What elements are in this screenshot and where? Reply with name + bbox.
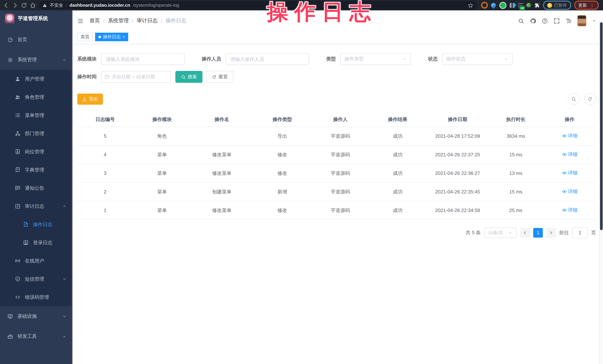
users-icon: [15, 94, 20, 100]
cell-date: 2021-04-26 22:35:45: [427, 182, 488, 201]
reset-button[interactable]: 重置: [206, 71, 233, 83]
sidebar-item-login-log[interactable]: 登录日志: [0, 233, 72, 252]
font-size-icon[interactable]: [566, 18, 572, 24]
tab-home[interactable]: 首页: [77, 33, 93, 41]
status-select[interactable]: 操作状态: [442, 53, 513, 65]
page-size-select[interactable]: 10条/页: [484, 228, 517, 238]
avatar-caret-down-icon[interactable]: [592, 19, 596, 23]
menu-list-icon: [15, 112, 20, 118]
sidebar-item-dict-management[interactable]: 字典管理: [0, 161, 72, 179]
refresh-table-button[interactable]: [584, 93, 596, 105]
sidebar-logo-row[interactable]: 芋道管理系统: [0, 11, 72, 27]
fullscreen-icon[interactable]: [554, 18, 560, 24]
sidebar-item-audit-log[interactable]: 审计日志: [0, 197, 72, 215]
breadcrumb-audit-log[interactable]: 审计日志: [137, 17, 158, 24]
address-bar[interactable]: 不安全 | dashboard.yudao.iocoder.cn /system…: [39, 1, 477, 9]
cell-type: 修改: [253, 201, 312, 220]
extension-orange-ring-icon[interactable]: [481, 2, 488, 9]
breadcrumb-separator: /: [132, 18, 133, 23]
extension-blue-drop-icon[interactable]: [490, 2, 497, 9]
sidebar-item-post-management[interactable]: 岗位管理: [0, 143, 72, 161]
export-button[interactable]: 导出: [77, 94, 103, 105]
prev-page-button[interactable]: [520, 228, 530, 238]
cell-result: 成功: [369, 127, 427, 145]
type-select[interactable]: 操作类型: [340, 53, 411, 65]
page-unit-label: 页: [591, 230, 596, 236]
search-icon: [571, 97, 576, 102]
sidebar-item-sms-management[interactable]: 短信管理: [0, 270, 72, 288]
extension-list-icon[interactable]: on: [518, 3, 523, 8]
cell-operator: 芋道源码: [312, 164, 368, 182]
paused-extension-pill[interactable]: 已暂停: [543, 1, 571, 10]
detail-link[interactable]: 详细: [562, 170, 578, 176]
tab-close-icon[interactable]: ×: [123, 35, 125, 39]
docs-help-icon[interactable]: [542, 18, 548, 24]
search-button-label: 搜索: [188, 74, 197, 80]
sidebar-item-operate-log[interactable]: 操作日志: [0, 215, 72, 233]
module-input[interactable]: [101, 53, 185, 65]
detail-link[interactable]: 详细: [562, 132, 578, 139]
hamburger-icon[interactable]: [77, 18, 84, 24]
extension-sprout-icon[interactable]: [526, 3, 531, 7]
browser-update-button[interactable]: 更新: [574, 1, 598, 10]
sidebar-item-label: 在线用户: [25, 257, 44, 264]
sidebar-item-menu-management[interactable]: 菜单管理: [0, 106, 72, 124]
goto-page-input[interactable]: [572, 227, 588, 238]
next-page-button[interactable]: [546, 228, 556, 238]
sidebar-item-role-management[interactable]: 角色管理: [0, 88, 72, 106]
browser-menu-kebab-icon[interactable]: [590, 3, 594, 8]
table-row: 1菜单修改菜单修改芋道源码成功2021-04-26 22:34:5825 ms详…: [77, 201, 596, 220]
filter-row-2: 操作时间 开始日期 - 结束日期 搜索 重置: [77, 71, 596, 83]
user-avatar[interactable]: [577, 15, 586, 26]
current-page-button[interactable]: 1: [533, 228, 543, 238]
sidebar-item-system-management[interactable]: 系统管理: [0, 50, 72, 70]
paused-label: 已暂停: [554, 2, 567, 8]
browser-reload-icon[interactable]: [21, 2, 27, 8]
breadcrumb: 首页 / 系统管理 / 审计日志 / 操作日志: [90, 17, 186, 24]
extension-green-circle-icon[interactable]: [499, 2, 506, 9]
chevron-down-icon: [504, 57, 509, 61]
detail-link[interactable]: 详细: [562, 151, 578, 158]
sidebar-item-infrastructure[interactable]: 基础设施: [0, 306, 72, 326]
chevron-right-icon: [549, 231, 553, 235]
chevron-left-icon: [523, 231, 527, 235]
toggle-search-button[interactable]: [568, 93, 580, 105]
page-scrollbar[interactable]: [599, 21, 603, 364]
sidebar-item-label: 系统管理: [17, 56, 37, 63]
tab-operate-log[interactable]: 操作日志 ×: [95, 33, 128, 41]
sidebar-item-home[interactable]: 首页: [0, 30, 72, 50]
sidebar-item-notice-announcement[interactable]: 通知公告: [0, 179, 72, 197]
scrollbar-thumb[interactable]: [600, 22, 603, 230]
sidebar-item-dev-tools[interactable]: 研发工具: [0, 326, 72, 346]
header-search-icon[interactable]: [518, 18, 524, 24]
tags-view-bar: 首页 操作日志 ×: [72, 31, 603, 44]
type-select-placeholder: 操作类型: [344, 56, 364, 62]
search-button[interactable]: 搜索: [175, 71, 202, 83]
sidebar-item-user-management[interactable]: 用户管理: [0, 70, 72, 88]
dictionary-icon: [15, 167, 20, 173]
column-header-8: 操作: [543, 112, 596, 127]
sidebar-item-error-code-management[interactable]: 错误码管理: [0, 288, 72, 306]
browser-home-icon[interactable]: [30, 2, 36, 8]
cell-type: 新增: [253, 182, 312, 201]
date-range-picker[interactable]: 开始日期 - 结束日期: [101, 71, 171, 83]
breadcrumb-home[interactable]: 首页: [90, 17, 100, 24]
browser-back-icon[interactable]: [3, 2, 9, 8]
status-select-placeholder: 操作状态: [446, 56, 465, 62]
sidebar-item-online-users[interactable]: 在线用户: [0, 252, 72, 270]
operator-input[interactable]: [226, 53, 309, 65]
sidebar-item-label: 研发工具: [17, 333, 37, 340]
github-icon[interactable]: [530, 18, 536, 24]
breadcrumb-system[interactable]: 系统管理: [108, 17, 129, 24]
cell-module: 菜单: [133, 182, 191, 201]
extensions-puzzle-icon[interactable]: [534, 2, 540, 8]
browser-forward-icon[interactable]: [12, 2, 18, 8]
extension-columns-icon[interactable]: [510, 3, 515, 8]
infrastructure-icon: [7, 313, 13, 319]
sidebar-item-dept-management[interactable]: 部门管理: [0, 124, 72, 143]
bookmark-star-icon[interactable]: [468, 2, 473, 8]
detail-link[interactable]: 详细: [562, 188, 578, 195]
detail-link[interactable]: 详细: [562, 207, 578, 213]
breadcrumb-current: 操作日志: [166, 17, 186, 24]
goto-label: 前往: [559, 230, 569, 236]
